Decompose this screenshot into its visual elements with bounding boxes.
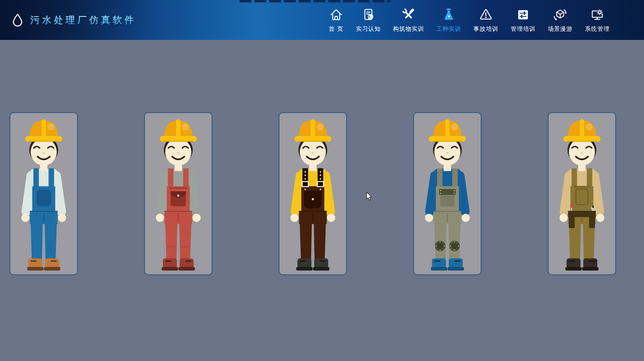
crossed-tools-icon [401, 7, 416, 22]
worker-legs [165, 222, 191, 260]
hard-hat [294, 119, 331, 142]
brand: 污水处理厂仿真软件 [0, 13, 137, 27]
worker-illustration [414, 113, 481, 274]
app-window: 污水处理厂仿真软件 首 页 实习认知 构筑物实训 工种实训 事故培训 管理培训 … [0, 0, 644, 361]
worker-legs [569, 222, 595, 260]
worker-red-overalls-card[interactable] [144, 112, 212, 275]
overall-bib [571, 186, 594, 212]
worker-legs [31, 222, 57, 260]
overall-strap-left [437, 169, 443, 188]
hard-hat [563, 119, 600, 142]
worker-boots [27, 258, 60, 270]
variant-plain [36, 190, 51, 206]
hard-hat [25, 119, 62, 142]
document-search-icon [361, 7, 376, 22]
nav-item-monitor-gear[interactable]: 系统管理 [585, 7, 610, 33]
overall-strap-left [168, 169, 174, 188]
sliders-icon [515, 7, 531, 22]
nav-item-crossed-tools[interactable]: 构筑物实训 [393, 7, 424, 33]
hard-hat [160, 119, 197, 142]
nav-item-cube-roam[interactable]: 场景漫游 [548, 7, 573, 33]
main-content [0, 40, 644, 361]
overall-strap-right [183, 169, 189, 188]
worker-boots [565, 258, 598, 270]
nav-item-flask[interactable]: 工种实训 [436, 7, 461, 33]
worker-boots [431, 258, 464, 270]
overall-strap-left [34, 169, 39, 188]
nav-item-warning-triangle[interactable]: 事故培训 [474, 7, 498, 33]
hard-hat [429, 119, 466, 142]
cube-roam-icon [553, 7, 568, 22]
worker-cards [0, 40, 644, 275]
home-icon [329, 7, 344, 22]
worker-boots [162, 258, 195, 270]
flask-icon [441, 7, 456, 22]
water-drop-icon [10, 13, 25, 27]
clipped-banner-text [240, 0, 390, 2]
overall-strap-left [572, 169, 577, 188]
nav-item-sliders[interactable]: 管理培训 [511, 7, 535, 33]
overall-strap-right [452, 169, 458, 188]
nav-item-document-search[interactable]: 实习认知 [356, 7, 381, 33]
worker-illustration [10, 113, 77, 274]
worker-illustration [549, 113, 615, 274]
worker-khaki-overalls-card[interactable] [548, 112, 616, 275]
worker-legs [300, 222, 326, 260]
worker-illustration [279, 113, 346, 274]
worker-boots [296, 258, 329, 270]
overall-strap-right [49, 169, 54, 188]
mouse-cursor [366, 192, 373, 201]
worker-olive-overalls-card[interactable] [413, 112, 482, 275]
monitor-gear-icon [590, 7, 605, 22]
worker-blue-overalls-card[interactable] [10, 112, 78, 275]
warning-triangle-icon [478, 7, 493, 22]
nav-items: 首 页 实习认知 构筑物实训 工种实训 事故培训 管理培训 场景漫游 系统管理 [329, 7, 644, 33]
worker-brown-overalls-card[interactable] [279, 112, 347, 275]
top-navbar: 污水处理厂仿真软件 首 页 实习认知 构筑物实训 工种实训 事故培训 管理培训 … [0, 0, 644, 40]
nav-item-home[interactable]: 首 页 [329, 7, 344, 33]
overall-strap-right [587, 169, 592, 188]
app-title: 污水处理厂仿真软件 [30, 14, 137, 26]
worker-illustration [145, 113, 212, 274]
